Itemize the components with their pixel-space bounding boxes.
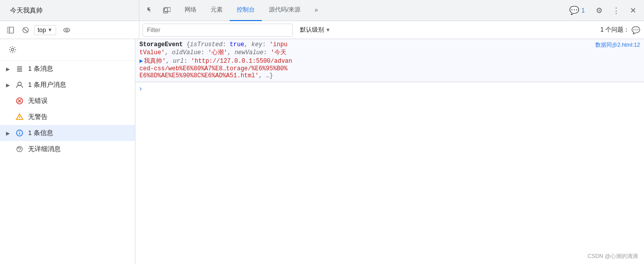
filter-verbose-label: 无详细消息: [28, 145, 129, 154]
tab-more[interactable]: »: [307, 0, 325, 21]
svg-point-12: [66, 29, 68, 31]
user-icon: [15, 80, 24, 89]
badge-count: 1: [581, 7, 585, 14]
console-entry-info: 数据同步2.html:12 StorageEvent {isTrusted: t…: [139, 41, 640, 79]
svg-point-28: [19, 151, 20, 151]
svg-point-23: [19, 118, 20, 119]
console-toolbar-left: top ▼: [4, 21, 139, 39]
svg-point-29: [18, 148, 19, 149]
context-label: top: [38, 27, 46, 34]
source-link[interactable]: 数据同步2.html:12: [595, 41, 640, 49]
inspect-icon[interactable]: [143, 4, 157, 18]
error-icon: [15, 96, 24, 105]
filter-user-messages[interactable]: ▶ 1 条用户消息: [0, 77, 135, 93]
svg-rect-1: [147, 8, 148, 10]
svg-rect-7: [8, 27, 10, 33]
console-settings-row: [0, 39, 135, 61]
page-title: 今天我真帅: [4, 0, 139, 21]
info-icon: [15, 128, 24, 138]
console-toolbar-right: 默认级别 ▼ 1 个问题： 💬: [142, 24, 640, 37]
watermark: CSDN @心潮的滴滴: [588, 252, 638, 260]
chevron-down-icon: ▼: [326, 27, 331, 33]
log-level-selector[interactable]: 默认级别 ▼: [297, 25, 334, 35]
entry-object-name: StorageEvent: [139, 41, 187, 48]
clear-console-icon[interactable]: [19, 24, 32, 37]
context-selector[interactable]: top ▼: [34, 25, 56, 35]
filter-warnings-label: 无警告: [28, 112, 129, 121]
warning-icon: [15, 112, 24, 121]
console-prompt: ›: [135, 82, 644, 94]
filter-errors-label: 无错误: [28, 96, 129, 105]
settings-gear-icon[interactable]: ⚙: [592, 4, 606, 18]
right-panel: 数据同步2.html:12 StorageEvent {isTrusted: t…: [135, 39, 644, 264]
eye-icon[interactable]: [60, 24, 73, 37]
left-panel: ▶ 1 条消息 ▶ 1 条用户消息 ▶: [0, 39, 135, 264]
filter-input[interactable]: [142, 24, 293, 37]
expand-arrow-icon: ▶: [6, 66, 10, 72]
tab-console[interactable]: 控制台: [230, 0, 262, 21]
list-icon: [15, 64, 24, 73]
svg-rect-0: [147, 8, 149, 8]
chevron-down-icon: ▼: [48, 27, 53, 33]
main-content: ▶ 1 条消息 ▶ 1 条用户消息 ▶: [0, 39, 644, 264]
svg-point-26: [19, 131, 20, 132]
top-toolbar: 今天我真帅 网络 元素 控制台 源代码/来源 » 💬: [0, 0, 644, 21]
more-options-icon[interactable]: ⋮: [609, 4, 623, 18]
issues-badge-button[interactable]: 💬 1: [565, 4, 589, 18]
svg-line-10: [24, 28, 28, 32]
tab-network[interactable]: 网络: [178, 0, 204, 21]
expand-toggle[interactable]: ▶: [139, 58, 143, 65]
tab-elements[interactable]: 元素: [204, 0, 230, 21]
svg-point-11: [64, 28, 70, 32]
issues-comment-icon[interactable]: 💬: [631, 26, 640, 34]
svg-rect-5: [165, 12, 167, 12]
svg-rect-3: [164, 8, 168, 13]
expand-arrow-icon: ▶: [6, 82, 10, 88]
console-settings-icon[interactable]: [6, 43, 19, 56]
toolbar-right-actions: 💬 1 ⚙ ⋮ ✕: [565, 4, 640, 18]
devtools-mode-icons: [140, 4, 177, 18]
device-toggle-icon[interactable]: [159, 4, 174, 18]
prompt-arrow-icon[interactable]: ›: [139, 84, 142, 92]
filter-warnings[interactable]: ▶ 无警告: [0, 109, 135, 125]
filter-info-label: 1 条信息: [28, 128, 129, 138]
filter-user-messages-label: 1 条用户消息: [28, 80, 129, 89]
verbose-icon: [15, 145, 24, 154]
level-label: 默认级别: [300, 26, 324, 34]
comment-icon: 💬: [569, 6, 579, 15]
filter-info[interactable]: ▶ 1 条信息: [0, 125, 135, 141]
issues-label: 1 个问题：: [600, 26, 629, 34]
filter-messages[interactable]: ▶ 1 条消息: [0, 61, 135, 77]
sidebar-toggle-icon[interactable]: [4, 24, 17, 37]
svg-rect-2: [149, 8, 150, 8]
filter-messages-label: 1 条消息: [28, 64, 129, 73]
console-toolbar: top ▼ 默认级别 ▼ 1 个问题： 💬: [0, 21, 644, 39]
entry-content: 数据同步2.html:12 StorageEvent {isTrusted: t…: [139, 41, 640, 79]
issues-count: 1 个问题： 💬: [600, 26, 640, 34]
filter-errors[interactable]: ▶ 无错误: [0, 93, 135, 109]
tab-sources[interactable]: 源代码/来源: [262, 0, 307, 21]
close-icon[interactable]: ✕: [626, 4, 640, 18]
console-output: 数据同步2.html:12 StorageEvent {isTrusted: t…: [135, 39, 644, 94]
svg-point-13: [12, 49, 14, 51]
expand-arrow-icon: ▶: [6, 130, 10, 136]
filter-verbose[interactable]: ▶ 无详细消息: [0, 141, 135, 157]
console-entry: 数据同步2.html:12 StorageEvent {isTrusted: t…: [135, 39, 644, 82]
main-tabs: 网络 元素 控制台 源代码/来源 »: [178, 0, 325, 21]
